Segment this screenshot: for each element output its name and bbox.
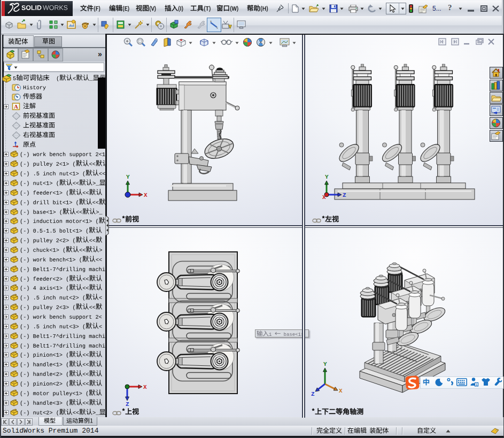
svg-text:Z: Z <box>343 192 346 198</box>
svg-text:X: X <box>322 194 326 201</box>
svg-text:Y: Y <box>126 174 130 180</box>
svg-text:Y: Y <box>323 362 327 367</box>
svg-text:X: X <box>144 192 148 198</box>
svg-text:X: X <box>339 388 343 394</box>
svg-text:X: X <box>143 384 147 390</box>
svg-text:A: A <box>14 103 18 110</box>
svg-text:Z: Z <box>126 401 129 408</box>
svg-text:Y: Y <box>325 174 329 180</box>
svg-text:Z: Z <box>311 391 315 397</box>
